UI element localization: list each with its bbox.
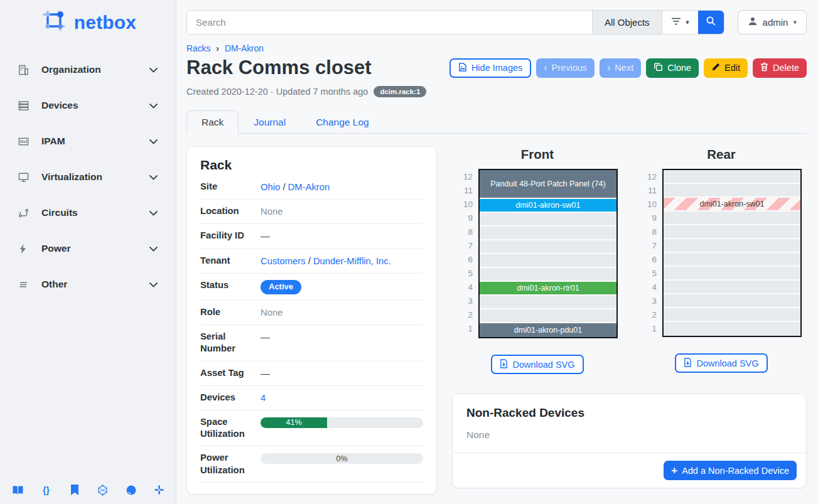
download-file-icon xyxy=(684,358,692,369)
sidebar-item-virtualization[interactable]: Virtualization xyxy=(0,164,176,190)
graphql-icon[interactable] xyxy=(97,484,109,496)
rack-unit-empty xyxy=(664,239,800,253)
search-scope-selector[interactable]: All Objects xyxy=(592,11,662,34)
circuits-icon xyxy=(18,207,31,219)
search-filter-dropdown[interactable]: ▾ xyxy=(662,11,698,34)
attr-row-asset-tag: Asset Tag — xyxy=(200,362,423,386)
search-icon xyxy=(706,16,716,29)
rack-unit-empty xyxy=(480,213,616,227)
tenant-link[interactable]: Dunder-Mifflin, Inc. xyxy=(313,256,391,266)
rack-device-dmi01-akron-pdu01[interactable]: dmi01-akron-pdu01 xyxy=(480,323,616,337)
space-utilization-fill: 41% xyxy=(261,417,327,428)
sidebar-nav: OrganizationDevicesIPAMVirtualizationCir… xyxy=(0,57,176,297)
page-title: Rack Comms closet xyxy=(186,56,449,79)
github-icon[interactable] xyxy=(125,484,137,496)
tenant-group-link[interactable]: Customers xyxy=(261,256,306,266)
chevron-left-icon: ‹ xyxy=(544,63,547,73)
download-svg-button-rear[interactable]: Download SVG xyxy=(675,353,767,373)
sidebar-item-devices[interactable]: Devices xyxy=(0,93,176,118)
delete-button[interactable]: Delete xyxy=(753,58,807,78)
netbox-logo-icon xyxy=(40,8,68,37)
site-link[interactable]: DM-Akron xyxy=(288,182,330,192)
previous-button[interactable]: ‹ Previous xyxy=(536,58,595,78)
sidebar: netbox OrganizationDevicesIPAMVirtualiza… xyxy=(0,0,176,504)
rack-device-dmi01-akron-rtr01[interactable]: dmi01-akron-rtr01 xyxy=(480,282,616,296)
sidebar-item-power[interactable]: Power xyxy=(0,236,176,261)
power-icon xyxy=(18,243,31,255)
rack-unit-empty xyxy=(480,309,616,323)
sidebar-item-other[interactable]: Other xyxy=(0,272,176,297)
chevron-down-icon xyxy=(149,282,158,287)
space-utilization-bar: 41% xyxy=(261,417,423,428)
devices-count-link[interactable]: 4 xyxy=(261,393,266,403)
next-button[interactable]: › Next xyxy=(600,58,641,78)
rack-elevation-rear: Rear121110987654321dmi01-akron-sw01Downl… xyxy=(641,146,802,374)
rack-unit-empty xyxy=(664,253,800,267)
rack-grid: dmi01-akron-sw01 xyxy=(662,169,802,337)
caret-down-icon: ▾ xyxy=(793,18,797,26)
action-buttons: Hide Images ‹ Previous › Next Clo xyxy=(449,58,807,78)
region-link[interactable]: Ohio xyxy=(261,182,280,192)
chevron-down-icon xyxy=(149,174,158,180)
search-group: All Objects ▾ xyxy=(186,10,724,35)
search-submit-button[interactable] xyxy=(698,11,724,34)
attr-row-facility-id: Facility ID — xyxy=(200,224,423,249)
edit-button[interactable]: Edit xyxy=(704,58,748,78)
add-non-racked-device-button[interactable]: + Add a Non-Racked Device xyxy=(664,461,797,480)
search-input[interactable] xyxy=(187,11,592,34)
rack-device-panduit-48-port-patch-panel-74-[interactable]: Panduit 48-Port Patch Panel (74) xyxy=(480,170,616,199)
sidebar-item-label: Power xyxy=(41,243,149,254)
rack-unit-empty xyxy=(480,296,616,309)
rack-details-panel: Rack Site Ohio / DM-Akron Location None … xyxy=(186,146,437,495)
rack-unit-empty xyxy=(664,281,800,294)
filter-icon xyxy=(670,17,682,28)
attr-row-devices: Devices 4 xyxy=(200,386,423,410)
non-racked-empty-text: None xyxy=(453,420,806,453)
breadcrumb-link-racks[interactable]: Racks xyxy=(186,44,210,53)
created-updated-text: Created 2020-12-20 · Updated 7 months ag… xyxy=(186,87,368,97)
slack-icon[interactable] xyxy=(153,484,165,496)
breadcrumb: Racks›DM-Akron xyxy=(186,44,807,53)
elevation-title: Rear xyxy=(707,147,736,162)
attr-row-role: Role None xyxy=(200,301,423,325)
sidebar-item-ipam[interactable]: IPAM xyxy=(0,129,176,154)
chevron-down-icon xyxy=(149,210,158,216)
download-svg-button-front[interactable]: Download SVG xyxy=(491,355,583,374)
sidebar-item-label: Circuits xyxy=(41,207,149,218)
sidebar-item-organization[interactable]: Organization xyxy=(0,57,176,82)
rack-elevation-front: Front121110987654321Panduit 48-Port Patc… xyxy=(457,146,618,374)
rack-unit-empty xyxy=(664,184,800,198)
pencil-icon xyxy=(711,63,720,73)
breadcrumb-separator: › xyxy=(216,44,219,53)
plus-icon: + xyxy=(671,465,677,476)
content-row: Rack Site Ohio / DM-Akron Location None … xyxy=(186,134,807,504)
attr-row-status: Status Active xyxy=(200,274,423,301)
rack-unit-empty xyxy=(664,308,800,322)
netbox-logo-text: netbox xyxy=(74,12,137,33)
tab-rack[interactable]: Rack xyxy=(186,110,239,134)
download-file-icon xyxy=(500,359,508,370)
sidebar-item-circuits[interactable]: Circuits xyxy=(0,200,176,225)
tab-change-log[interactable]: Change Log xyxy=(301,110,384,134)
tab-journal[interactable]: Journal xyxy=(239,110,301,134)
journal-icon[interactable] xyxy=(68,484,80,496)
rack-device-dmi01-akron-sw01[interactable]: dmi01-akron-sw01 xyxy=(480,199,616,213)
netbox-logo[interactable]: netbox xyxy=(0,0,176,42)
hide-images-button[interactable]: Hide Images xyxy=(449,58,531,78)
rack-unit-empty xyxy=(480,254,616,268)
sidebar-item-label: Other xyxy=(41,279,149,290)
user-menu-button[interactable]: admin ▾ xyxy=(738,10,807,35)
rack-device-dmi01-akron-sw01[interactable]: dmi01-akron-sw01 xyxy=(664,198,800,212)
clone-button[interactable]: Clone xyxy=(646,58,699,78)
unit-numbers: 121110987654321 xyxy=(457,169,478,338)
trash-icon xyxy=(760,62,768,73)
docs-icon[interactable] xyxy=(12,484,24,496)
rest-api-icon[interactable]: {} xyxy=(40,484,52,496)
other-icon xyxy=(18,279,31,291)
rack-grid: Panduit 48-Port Patch Panel (74)dmi01-ak… xyxy=(478,169,618,338)
rack-unit-empty xyxy=(480,227,616,240)
rack-unit-empty xyxy=(664,225,800,239)
chevron-down-icon xyxy=(149,67,158,73)
breadcrumb-link-dm-akron[interactable]: DM-Akron xyxy=(225,44,264,53)
attr-row-site: Site Ohio / DM-Akron xyxy=(200,175,423,200)
